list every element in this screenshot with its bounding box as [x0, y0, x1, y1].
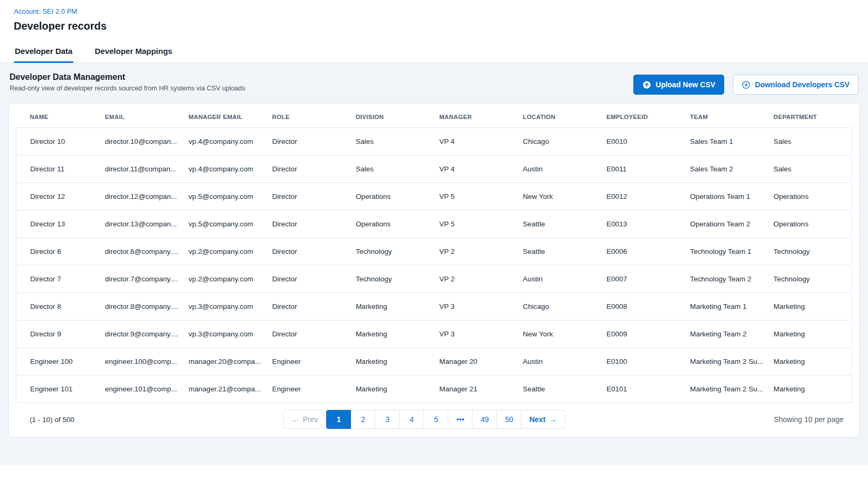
cell-manager: VP 4	[434, 155, 518, 183]
cell-team: Operations Team 1	[685, 183, 768, 211]
cell-division: Operations	[350, 183, 434, 211]
main-content: Developer Data Management Read-only view…	[0, 63, 868, 465]
cell-name: Director 8	[16, 293, 100, 321]
cell-email: director.12@compan...	[100, 183, 183, 211]
table-row: Director 9director.9@company....vp.3@com…	[16, 321, 852, 348]
cell-email: director.6@company....	[100, 238, 183, 266]
cell-email: director.7@company....	[100, 266, 183, 293]
cell-department: Sales	[768, 128, 852, 155]
toolbar-actions: Upload New CSV Download Developers CSV	[633, 75, 858, 95]
section-header: Developer Data Management Read-only view…	[8, 72, 860, 95]
cell-role: Director	[267, 128, 350, 155]
cell-location: Chicago	[518, 293, 601, 321]
table-row: Director 13director.13@compan...vp.5@com…	[16, 211, 852, 238]
download-csv-button[interactable]: Download Developers CSV	[733, 75, 858, 95]
column-header-manager: MANAGER	[434, 104, 518, 128]
cell-employeeid: E0006	[601, 238, 685, 266]
cell-team: Technology Team 1	[685, 238, 768, 266]
page-header: Account: SEI 2.0 PM Developer records	[0, 0, 868, 32]
cell-name: Director 11	[16, 155, 100, 183]
page-button-50[interactable]: 50	[496, 410, 521, 429]
page-button-5[interactable]: 5	[423, 410, 448, 429]
cell-name: Director 10	[16, 128, 100, 155]
cell-email: director.9@company....	[100, 321, 183, 348]
cell-division: Technology	[350, 266, 434, 293]
cell-team: Sales Team 2	[685, 155, 768, 183]
cell-team: Marketing Team 2 Su...	[685, 348, 768, 376]
upload-button-label: Upload New CSV	[655, 80, 715, 89]
cell-location: Seattle	[518, 376, 601, 403]
cell-manager-email: vp.3@company.com	[183, 293, 267, 321]
cell-email: engineer.101@comp...	[100, 376, 183, 403]
cell-department: Marketing	[768, 293, 852, 321]
cell-manager: VP 2	[434, 266, 518, 293]
next-page-button[interactable]: Next →	[521, 410, 565, 429]
page-button-1[interactable]: 1	[326, 410, 351, 429]
table-header-row: NAMEEMAILMANAGER EMAILROLEDIVISIONMANAGE…	[16, 104, 852, 128]
cell-location: Austin	[518, 266, 601, 293]
cell-division: Sales	[350, 128, 434, 155]
section-title: Developer Data Management	[10, 72, 245, 82]
pager: ← Prev 12345•••4950 Next →	[283, 410, 565, 429]
next-arrow-icon: →	[549, 415, 557, 424]
cell-manager-email: manager.20@compa...	[183, 348, 267, 376]
cell-role: Engineer	[267, 348, 350, 376]
cell-department: Marketing	[768, 376, 852, 403]
cell-team: Sales Team 1	[685, 128, 768, 155]
column-header-role: ROLE	[267, 104, 350, 128]
next-button-label: Next	[529, 415, 545, 424]
cell-manager: VP 5	[434, 183, 518, 211]
cell-manager: VP 3	[434, 321, 518, 348]
cell-name: Director 7	[16, 266, 100, 293]
column-header-team: TEAM	[685, 104, 768, 128]
cell-employeeid: E0008	[601, 293, 685, 321]
cell-role: Engineer	[267, 376, 350, 403]
cell-role: Director	[267, 183, 350, 211]
cell-role: Director	[267, 293, 350, 321]
cell-employeeid: E0101	[601, 376, 685, 403]
cell-department: Operations	[768, 211, 852, 238]
cell-department: Operations	[768, 183, 852, 211]
cell-employeeid: E0012	[601, 183, 685, 211]
column-header-employeeid: EMPLOYEEID	[601, 104, 685, 128]
cell-team: Technology Team 2	[685, 266, 768, 293]
column-header-location: LOCATION	[518, 104, 601, 128]
cell-employeeid: E0011	[601, 155, 685, 183]
page-button-2[interactable]: 2	[350, 410, 375, 429]
page-button-3[interactable]: 3	[375, 410, 400, 429]
cell-email: engineer.100@comp...	[100, 348, 183, 376]
cell-team: Marketing Team 2 Su...	[685, 376, 768, 403]
cell-name: Director 13	[16, 211, 100, 238]
account-breadcrumb-link[interactable]: Account: SEI 2.0 PM	[14, 7, 77, 15]
page-button-4[interactable]: 4	[399, 410, 424, 429]
cell-employeeid: E0007	[601, 266, 685, 293]
cell-email: director.10@compan...	[100, 128, 183, 155]
cell-location: New York	[518, 321, 601, 348]
cell-manager-email: vp.4@company.com	[183, 155, 267, 183]
cell-email: director.11@compan...	[100, 155, 183, 183]
cell-division: Operations	[350, 211, 434, 238]
cell-name: Director 6	[16, 238, 100, 266]
cell-location: Chicago	[518, 128, 601, 155]
cell-division: Marketing	[350, 348, 434, 376]
result-range-text: (1 - 10) of 500	[21, 416, 75, 424]
page-ellipsis-button[interactable]: •••	[448, 410, 473, 429]
cell-division: Marketing	[350, 376, 434, 403]
tab-bar: Developer Data Developer Mappings	[0, 41, 868, 63]
cell-name: Engineer 101	[16, 376, 100, 403]
upload-csv-button[interactable]: Upload New CSV	[633, 75, 724, 95]
cell-manager: VP 3	[434, 293, 518, 321]
tab-developer-data[interactable]: Developer Data	[14, 41, 73, 62]
tab-developer-mappings[interactable]: Developer Mappings	[94, 41, 173, 62]
column-header-name: NAME	[16, 104, 100, 128]
cell-role: Director	[267, 238, 350, 266]
per-page-text: Showing 10 per page	[774, 415, 847, 424]
cell-manager-email: vp.2@company.com	[183, 266, 267, 293]
cell-manager: Manager 20	[434, 348, 518, 376]
prev-page-button[interactable]: ← Prev	[283, 410, 327, 429]
cell-employeeid: E0100	[601, 348, 685, 376]
cell-team: Operations Team 2	[685, 211, 768, 238]
cell-department: Marketing	[768, 321, 852, 348]
cell-manager-email: vp.3@company.com	[183, 321, 267, 348]
page-button-49[interactable]: 49	[472, 410, 497, 429]
